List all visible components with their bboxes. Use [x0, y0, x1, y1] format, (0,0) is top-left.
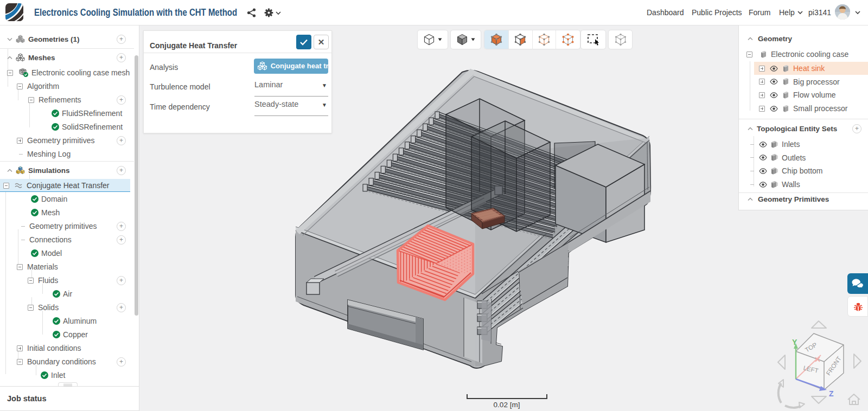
- svg-text:Y: Y: [792, 338, 797, 346]
- svg-text:0.02 [m]: 0.02 [m]: [494, 401, 520, 409]
- svg-text:Z: Z: [829, 389, 834, 398]
